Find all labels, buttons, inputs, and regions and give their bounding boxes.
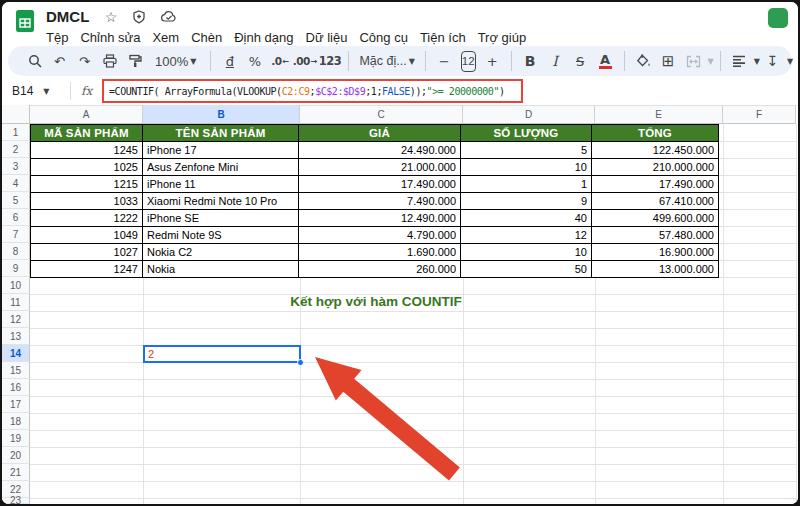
row-header-13[interactable]: 13 — [2, 328, 30, 345]
redo-icon[interactable]: ↷ — [72, 49, 97, 73]
table-cell[interactable]: 57.480.000 — [592, 227, 719, 244]
row-header-10[interactable]: 10 — [2, 277, 30, 294]
table-cell[interactable]: 1.690.000 — [299, 244, 461, 261]
column-header-D[interactable]: D — [463, 105, 595, 124]
row-header-4[interactable]: 4 — [2, 175, 30, 192]
menu-chèn[interactable]: Chèn — [185, 28, 228, 47]
increase-decimals-button[interactable]: .00→ — [292, 49, 317, 73]
decrease-decimals-button[interactable]: .0← — [267, 49, 292, 73]
shield-plus-icon[interactable] — [130, 10, 148, 27]
table-header-cell[interactable]: MÃ SẢN PHẨM — [31, 125, 143, 142]
row-header-5[interactable]: 5 — [2, 192, 30, 209]
row-header-2[interactable]: 2 — [2, 141, 30, 158]
column-header-F[interactable]: F — [723, 105, 796, 124]
cloud-status-icon[interactable] — [160, 10, 178, 26]
table-cell[interactable]: 260.000 — [299, 261, 461, 278]
table-cell[interactable]: 12.490.000 — [299, 210, 461, 227]
selected-cell-B14[interactable]: 2 — [143, 345, 301, 363]
row-header-21[interactable]: 21 — [2, 464, 30, 481]
row-header-3[interactable]: 3 — [2, 158, 30, 175]
menu-dữ-liệu[interactable]: Dữ liệu — [300, 28, 354, 47]
menu-trợ-giúp[interactable]: Trợ giúp — [472, 28, 533, 47]
zoom-control[interactable]: 100% ▼ — [149, 54, 202, 69]
chevron-down-icon[interactable]: ▼ — [708, 57, 714, 66]
table-cell[interactable]: 17.490.000 — [592, 176, 719, 193]
row-header-11[interactable]: 11 — [2, 294, 30, 311]
row-header-20[interactable]: 20 — [2, 447, 30, 464]
table-cell[interactable]: 67.410.000 — [592, 193, 719, 210]
chevron-down-icon[interactable]: ▼ — [754, 57, 760, 66]
table-cell[interactable]: 1215 — [31, 176, 143, 193]
bold-button[interactable]: B — [518, 49, 543, 73]
vertical-align-icon[interactable]: ↧ — [760, 49, 785, 73]
table-cell[interactable]: 10 — [461, 244, 592, 261]
table-cell[interactable]: 1025 — [31, 159, 143, 176]
table-cell[interactable]: 5 — [461, 142, 592, 159]
font-size-input[interactable]: 12 — [461, 51, 476, 72]
row-header-18[interactable]: 18 — [2, 413, 30, 430]
table-cell[interactable]: Asus Zenfone Mini — [143, 159, 299, 176]
table-cell[interactable]: iPhone 17 — [143, 142, 299, 159]
row-header-14[interactable]: 14 — [2, 345, 30, 362]
percent-format-button[interactable]: % — [242, 49, 267, 73]
currency-format-button[interactable]: đ — [217, 49, 242, 73]
menu-định-dạng[interactable]: Định dạng — [228, 28, 299, 47]
row-header-7[interactable]: 7 — [2, 226, 30, 243]
row-header-1[interactable]: 1 — [2, 124, 30, 141]
borders-icon[interactable]: ⊞ — [656, 49, 681, 73]
select-all-corner[interactable] — [2, 105, 30, 124]
row-header-6[interactable]: 6 — [2, 209, 30, 226]
text-wrap-icon[interactable]: ⇥ — [793, 49, 798, 73]
undo-icon[interactable]: ↶ — [47, 49, 72, 73]
table-cell[interactable]: 499.600.000 — [592, 210, 719, 227]
table-cell[interactable]: Nokia — [143, 261, 299, 278]
document-title[interactable]: DMCL — [46, 8, 89, 25]
sheet-grid[interactable]: ABCDEF1234567891011121314151617181920212… — [2, 105, 798, 504]
menu-tiện-ích[interactable]: Tiện ích — [414, 28, 472, 47]
italic-button[interactable]: I — [543, 49, 568, 73]
merge-cells-icon[interactable] — [681, 49, 706, 73]
sheets-logo-icon[interactable] — [14, 10, 36, 32]
table-cell[interactable]: 1245 — [31, 142, 143, 159]
note-title-cell[interactable]: Kết hợp với hàm COUNTIF — [266, 294, 486, 311]
table-header-cell[interactable]: TỔNG — [592, 125, 719, 142]
table-cell[interactable]: Redmi Note 9S — [143, 227, 299, 244]
table-cell[interactable]: 1 — [461, 176, 592, 193]
table-cell[interactable]: 1222 — [31, 210, 143, 227]
column-header-A[interactable]: A — [30, 105, 143, 124]
table-cell[interactable]: 12 — [461, 227, 592, 244]
strikethrough-button[interactable]: S — [568, 49, 593, 73]
row-header-16[interactable]: 16 — [2, 379, 30, 396]
table-cell[interactable]: 17.490.000 — [299, 176, 461, 193]
table-cell[interactable]: 24.490.000 — [299, 142, 461, 159]
fill-handle[interactable] — [297, 359, 304, 366]
row-header-19[interactable]: 19 — [2, 430, 30, 447]
table-cell[interactable]: 9 — [461, 193, 592, 210]
table-cell[interactable]: Xiaomi Redmi Note 10 Pro — [143, 193, 299, 210]
fill-color-icon[interactable] — [631, 49, 656, 73]
menu-tệp[interactable]: Tệp — [40, 28, 74, 47]
menu-công-cụ[interactable]: Công cụ — [353, 28, 413, 47]
table-cell[interactable]: Nokia C2 — [143, 244, 299, 261]
increase-font-size-button[interactable]: + — [480, 49, 505, 73]
text-color-button[interactable]: A — [593, 49, 618, 73]
table-header-cell[interactable]: TÊN SẢN PHẨM — [143, 125, 299, 142]
table-cell[interactable]: iPhone 11 — [143, 176, 299, 193]
table-cell[interactable]: 7.490.000 — [299, 193, 461, 210]
search-icon[interactable] — [22, 49, 47, 73]
table-cell[interactable]: 210.000.000 — [592, 159, 719, 176]
paint-format-icon[interactable] — [122, 49, 147, 73]
menu-chỉnh-sửa[interactable]: Chỉnh sửa — [74, 28, 146, 47]
row-header-9[interactable]: 9 — [2, 260, 30, 277]
name-box[interactable]: B14 ▼ — [12, 84, 64, 98]
column-header-C[interactable]: C — [300, 105, 463, 124]
table-cell[interactable]: 1033 — [31, 193, 143, 210]
account-avatar[interactable] — [768, 8, 788, 28]
decrease-font-size-button[interactable]: − — [432, 49, 457, 73]
table-cell[interactable]: 1049 — [31, 227, 143, 244]
table-cell[interactable]: 10 — [461, 159, 592, 176]
font-family-select[interactable]: Mặc đị... ▼ — [355, 54, 418, 68]
table-cell[interactable]: 1027 — [31, 244, 143, 261]
table-cell[interactable]: 40 — [461, 210, 592, 227]
row-header-12[interactable]: 12 — [2, 311, 30, 328]
